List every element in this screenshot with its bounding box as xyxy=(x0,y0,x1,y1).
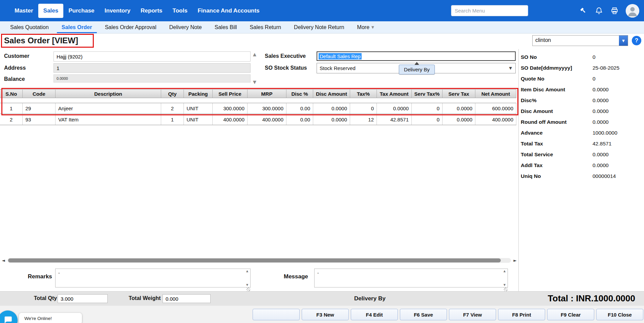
column-header[interactable]: Serv Tax% xyxy=(412,90,443,98)
remarks-textarea[interactable]: - ▲ ▼ xyxy=(55,269,251,287)
search-input[interactable] xyxy=(451,5,528,16)
resize-grip-icon[interactable] xyxy=(246,287,250,291)
table-cell[interactable]: 0 xyxy=(412,114,443,125)
f9-clear-button[interactable]: F9 Clear xyxy=(547,309,594,320)
table-cell[interactable]: 0 xyxy=(412,103,443,114)
table-cell[interactable]: 2 xyxy=(161,103,184,114)
column-header[interactable]: Qty xyxy=(161,90,184,98)
blank-button[interactable] xyxy=(253,309,300,320)
nav-item-sales[interactable]: Sales xyxy=(38,4,63,18)
printer-icon[interactable] xyxy=(610,6,619,15)
column-header[interactable]: Sell Price xyxy=(213,90,248,98)
table-cell[interactable]: Anjeer xyxy=(56,103,161,114)
tab-delivery-note-return[interactable]: Delivery Note Return xyxy=(289,21,349,33)
table-cell[interactable]: 300.0000 xyxy=(213,103,248,114)
nav-icon-group xyxy=(579,4,639,18)
table-cell[interactable]: 12 xyxy=(350,114,377,125)
f6-save-button[interactable]: F6 Save xyxy=(400,309,447,320)
column-header[interactable]: Disc Amount xyxy=(313,90,350,98)
tab-sales-order-approval[interactable]: Sales Order Approval xyxy=(100,21,161,33)
f8-print-button[interactable]: F8 Print xyxy=(498,309,545,320)
message-textarea[interactable]: - ▲ ▼ xyxy=(314,269,508,287)
table-cell[interactable]: UNIT xyxy=(184,103,213,114)
page-title: Sales Order [VIEW] xyxy=(4,36,78,45)
help-button[interactable]: ? xyxy=(632,36,641,45)
column-header[interactable]: Tax Amount xyxy=(377,90,412,98)
gavel-icon[interactable] xyxy=(579,6,588,15)
spinner-down-icon[interactable]: ▼ xyxy=(503,283,506,286)
table-cell[interactable]: 93 xyxy=(23,114,56,125)
nav-item-tools[interactable]: Tools xyxy=(168,4,193,18)
column-header[interactable]: Code xyxy=(23,90,56,98)
column-header[interactable]: Description xyxy=(56,90,161,98)
table-cell[interactable]: 0.0000 xyxy=(443,114,475,125)
f4-edit-button[interactable]: F4 Edit xyxy=(351,309,398,320)
tab-more[interactable]: More ▼ xyxy=(352,21,379,33)
sales-executive-input[interactable]: Default Sales Rep xyxy=(317,51,516,61)
table-cell[interactable]: 300.0000 xyxy=(248,103,286,114)
tab-delivery-note[interactable]: Delivery Note xyxy=(165,21,207,33)
scroll-right-icon[interactable]: ► xyxy=(512,258,518,263)
column-header[interactable]: S.No xyxy=(0,90,23,98)
spinner-down-icon[interactable]: ▼ xyxy=(246,283,248,286)
table-cell[interactable]: 400.0000 xyxy=(248,114,286,125)
table-cell[interactable]: VAT Item xyxy=(56,114,161,125)
field-value: 0.0000 xyxy=(593,97,608,103)
table-cell[interactable]: 0.0000 xyxy=(377,103,412,114)
table-cell[interactable]: 2 xyxy=(0,114,23,125)
table-cell[interactable]: 1 xyxy=(0,103,23,114)
nav-item-finance-and-accounts[interactable]: Finance And Accounts xyxy=(193,4,265,18)
spinner-up-icon[interactable]: ▲ xyxy=(503,270,506,273)
tab-sales-quotation[interactable]: Sales Quotation xyxy=(5,21,53,33)
scroll-left-icon[interactable]: ◄ xyxy=(0,258,7,263)
table-cell[interactable]: UNIT xyxy=(184,114,213,125)
table-cell[interactable]: 29 xyxy=(23,103,56,114)
column-header[interactable]: MRP xyxy=(248,90,286,98)
total-weight-input[interactable] xyxy=(163,294,211,303)
f3-new-button[interactable]: F3 New xyxy=(302,309,349,320)
nav-item-inventory[interactable]: Inventory xyxy=(100,4,136,18)
scroll-down-icon[interactable]: ▼ xyxy=(253,79,256,85)
f7-view-button[interactable]: F7 View xyxy=(449,309,496,320)
column-header[interactable]: Disc % xyxy=(286,90,313,98)
column-header[interactable]: Packing xyxy=(184,90,213,98)
nav-item-reports[interactable]: Reports xyxy=(135,4,167,18)
spinner-up-icon[interactable]: ▲ xyxy=(246,270,248,273)
column-header[interactable]: Tax% xyxy=(350,90,377,98)
tab-sales-return[interactable]: Sales Return xyxy=(245,21,286,33)
user-select[interactable]: clinton ▼ xyxy=(532,35,628,46)
bell-icon[interactable] xyxy=(595,6,603,15)
table-cell[interactable]: 0.0000 xyxy=(443,103,475,114)
table-cell[interactable]: 1 xyxy=(161,114,184,125)
table-cell[interactable]: 400.0000 xyxy=(475,114,516,125)
tab-sales-bill[interactable]: Sales Bill xyxy=(210,21,242,33)
column-header[interactable]: Net Amount xyxy=(475,90,516,98)
column-header[interactable]: Serv Tax xyxy=(443,90,475,98)
user-avatar[interactable] xyxy=(626,4,639,18)
scroll-up-icon[interactable]: ▲ xyxy=(253,52,256,57)
address-input[interactable] xyxy=(53,63,251,73)
resize-grip-icon[interactable] xyxy=(504,287,508,291)
h-scrollbar-track[interactable] xyxy=(7,258,511,263)
field-value: 25-08-2025 xyxy=(593,65,619,71)
table-cell[interactable]: 0.0000 xyxy=(313,114,350,125)
f10-close-button[interactable]: F10 Close xyxy=(596,309,643,320)
chat-status[interactable]: We're Online! xyxy=(19,313,82,323)
h-scrollbar-thumb[interactable] xyxy=(8,258,501,262)
nav-item-purchase[interactable]: Purchase xyxy=(63,4,100,18)
table-cell[interactable]: 0.00 xyxy=(286,114,313,125)
table-cell[interactable]: 0 xyxy=(350,103,377,114)
customer-input[interactable] xyxy=(53,51,251,62)
table-cell[interactable]: 600.0000 xyxy=(475,103,516,114)
field-value: 0.0000 xyxy=(593,108,608,114)
items-grid-body: 1 29 Anjeer 2 UNIT 300.0000 300.0000 0.0… xyxy=(0,103,516,125)
tab-sales-order[interactable]: Sales Order xyxy=(57,21,97,33)
nav-item-master[interactable]: Master xyxy=(9,4,38,18)
table-cell[interactable]: 0.00 xyxy=(286,103,313,114)
chevron-down-icon: ▼ xyxy=(509,66,512,70)
table-cell[interactable]: 0.0000 xyxy=(313,103,350,114)
total-qty-input[interactable] xyxy=(58,294,108,303)
table-cell[interactable]: 400.0000 xyxy=(213,114,248,125)
dropdown-arrow-icon[interactable]: ▼ xyxy=(619,36,628,46)
table-cell[interactable]: 42.8571 xyxy=(377,114,412,125)
